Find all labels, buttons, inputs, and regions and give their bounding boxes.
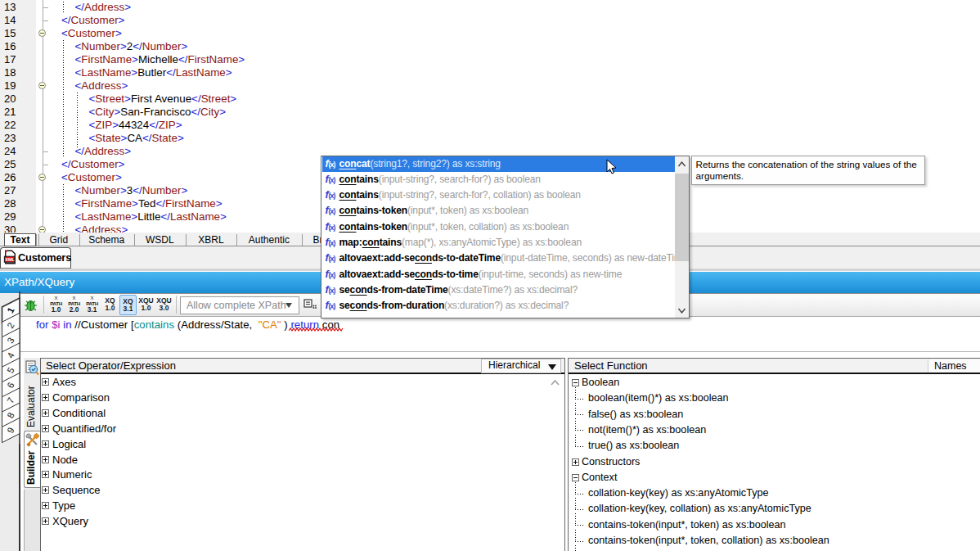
svg-text:XML: XML	[5, 257, 15, 262]
